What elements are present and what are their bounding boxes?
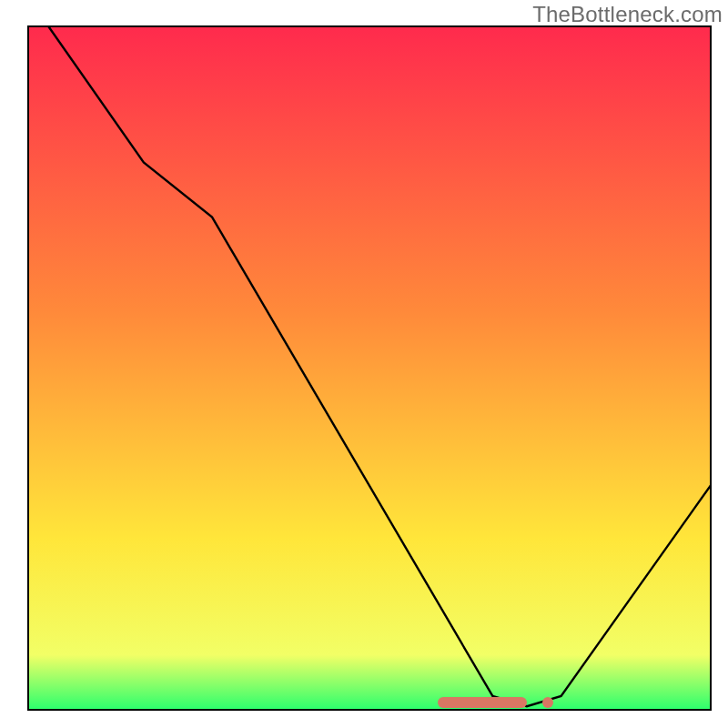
chart-plot-area [27,25,712,711]
watermark-text: TheBottleneck.com [532,2,723,27]
chart-marker-dot [542,697,553,708]
chart-curve [27,25,712,710]
chart-marker-strip [438,697,527,708]
chart-stage: TheBottleneck.com [0,0,728,728]
curve-path [48,25,712,706]
